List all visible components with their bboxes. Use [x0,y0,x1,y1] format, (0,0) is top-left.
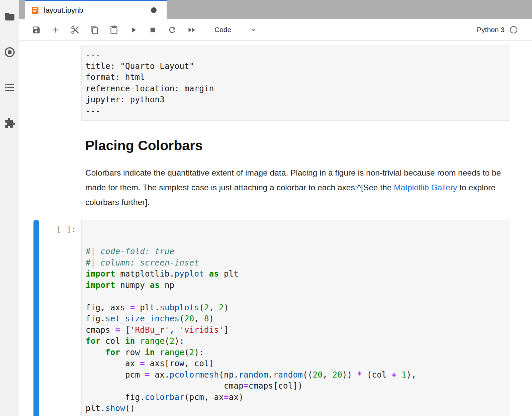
unsaved-changes-indicator [151,7,157,13]
restart-kernel-button[interactable] [166,24,178,35]
kernel-status-icon [510,26,517,33]
insert-cell-button[interactable] [50,24,61,35]
kernel-indicator[interactable]: Python 3 [477,26,517,34]
sidebar-tab-file-browser[interactable] [4,11,15,22]
sidebar-tab-extensions[interactable] [4,117,15,129]
input-prompt: [ ]: [53,224,76,235]
copy-icon [90,25,99,34]
active-cell-collapser[interactable] [33,220,39,416]
cell-type-dropdown[interactable]: Code [214,26,257,34]
folder-icon [4,11,15,22]
markdown-heading: Placing Colorbars [85,137,510,153]
list-icon [4,82,15,93]
left-activity-bar [0,0,19,416]
copy-cells-button[interactable] [89,24,100,35]
matplotlib-gallery-link[interactable]: Matplotlib Gallery [394,183,457,192]
notebook-icon [31,6,39,15]
raw-cell-content: ---title: "Quarto Layout"format: htmlref… [86,49,506,117]
paste-cells-button[interactable] [108,24,119,35]
cell-type-value: Code [214,26,231,34]
code-editor[interactable]: #| code-fold: true#| column: screen-inse… [81,220,510,416]
markdown-paragraph: Colorbars indicate the quantitative exte… [85,166,510,210]
restart-run-all-button[interactable] [186,24,197,35]
sidebar-tab-running-kernels[interactable] [4,46,15,58]
chevron-down-icon [249,26,257,34]
play-icon [129,25,138,34]
run-cell-button[interactable] [127,24,139,35]
plus-icon [51,25,60,34]
cut-cells-button[interactable] [69,24,81,35]
notebook-toolbar: Code Python 3 [19,19,532,41]
notebook-panel: ---title: "Quarto Layout"format: htmlref… [19,41,532,416]
sidebar-tab-table-of-contents[interactable] [4,82,15,93]
running-icon [4,46,15,58]
tab-title: layout.ipynb [44,6,147,15]
dock-tab-bar: layout.ipynb [19,0,532,19]
tab-layout-ipynb[interactable]: layout.ipynb [25,0,167,19]
raw-cell[interactable]: ---title: "Quarto Layout"format: htmlref… [81,45,510,121]
scissors-icon [71,25,80,34]
save-icon [32,25,41,34]
stop-icon [148,25,157,34]
clipboard-icon [109,25,118,34]
refresh-icon [168,25,177,34]
puzzle-icon [4,117,15,129]
markdown-cell: Placing Colorbars Colorbars indicate the… [85,137,510,210]
save-button[interactable] [30,24,42,35]
interrupt-kernel-button[interactable] [147,24,158,35]
code-cell: [ ]: #| code-fold: true#| column: screen… [19,220,510,416]
fast-forward-icon [187,25,196,34]
code-cell-content: #| code-fold: true#| column: screen-inse… [86,246,506,414]
kernel-name: Python 3 [477,26,505,34]
